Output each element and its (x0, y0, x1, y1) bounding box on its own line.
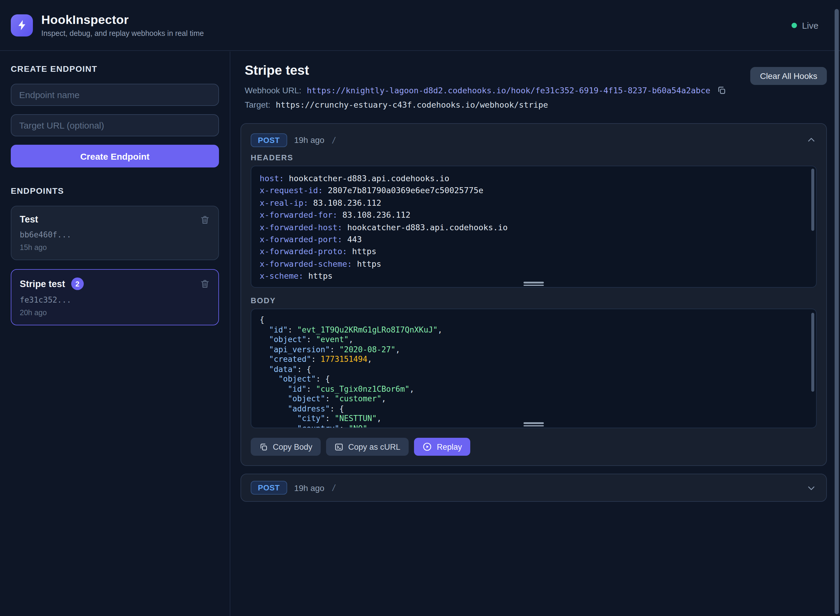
method-badge: POST (251, 133, 287, 147)
webhook-url-label: Webhook URL: (245, 85, 301, 95)
target-url-label: Target: (245, 100, 270, 109)
headers-code-block: host: hookcatcher-d883.api.codehooks.io … (251, 166, 817, 287)
create-endpoint-heading: CREATE ENDPOINT (11, 64, 219, 73)
method-badge: POST (251, 481, 287, 494)
delete-endpoint-button[interactable] (200, 214, 210, 224)
headers-scrollbar[interactable] (811, 169, 814, 231)
replay-button[interactable]: Replay (414, 438, 470, 456)
copy-body-label: Copy Body (273, 442, 312, 451)
lightning-bolt-icon (16, 19, 28, 31)
endpoint-age: 20h ago (20, 309, 210, 317)
clear-all-hooks-button[interactable]: Clear All Hooks (750, 67, 827, 85)
copy-url-icon[interactable] (717, 85, 727, 95)
endpoint-name-input[interactable] (11, 84, 219, 106)
endpoints-heading: ENDPOINTS (11, 186, 219, 195)
delete-endpoint-button[interactable] (200, 279, 210, 289)
endpoint-card[interactable]: Stripe test 2 fe31c352... 20h ago (11, 269, 219, 326)
page-title: Stripe test (245, 63, 827, 78)
body-code-block: { "id": "evt_1T9Qu2KRmG1gLRo8I7QnXKuJ", … (251, 309, 817, 428)
endpoint-id: bb6e460f... (20, 230, 210, 239)
app-subtitle: Inspect, debug, and replay webhooks in r… (41, 29, 204, 38)
sidebar: CREATE ENDPOINT Create Endpoint ENDPOINT… (0, 51, 231, 616)
terminal-icon (335, 442, 344, 451)
play-circle-icon (422, 442, 432, 452)
main-panel: Stripe test Webhook URL: https://knightl… (231, 51, 840, 616)
app-header: HookInspector Inspect, debug, and replay… (0, 0, 840, 51)
target-url-input[interactable] (11, 114, 219, 136)
create-endpoint-button[interactable]: Create Endpoint (11, 145, 219, 167)
title-block: HookInspector Inspect, debug, and replay… (41, 13, 204, 38)
chevron-up-icon[interactable] (806, 135, 817, 145)
body-scrollbar[interactable] (811, 313, 814, 392)
app-title: HookInspector (41, 13, 204, 27)
request-path: / (332, 135, 336, 144)
window-scrollbar[interactable] (835, 9, 839, 614)
request-card-expanded: POST 19h ago / HEADERS host: hookcatcher… (241, 123, 827, 466)
request-age: 19h ago (294, 135, 324, 145)
copy-as-curl-button[interactable]: Copy as cURL (326, 438, 409, 456)
replay-label: Replay (437, 442, 462, 451)
body-label: BODY (251, 296, 817, 305)
live-label: Live (802, 20, 818, 30)
endpoint-card[interactable]: Test bb6e460f... 15h ago (11, 206, 219, 260)
request-age: 19h ago (294, 483, 324, 493)
request-path: / (332, 483, 336, 492)
webhook-url-row: Webhook URL: https://knightly-lagoon-d8d… (245, 85, 827, 95)
endpoint-list: Test bb6e460f... 15h ago Stripe test 2 f… (11, 206, 219, 326)
endpoint-name: Test (20, 214, 38, 225)
body-code-content: { "id": "evt_1T9Qu2KRmG1gLRo8I7QnXKuJ", … (260, 315, 442, 428)
live-dot-icon (792, 22, 797, 28)
request-actions: Copy Body Copy as cURL Replay (251, 438, 817, 456)
endpoint-count-badge: 2 (71, 277, 84, 290)
endpoint-name: Stripe test (20, 279, 65, 289)
endpoint-id: fe31c352... (20, 295, 210, 304)
webhook-url-link[interactable]: https://knightly-lagoon-d8d2.codehooks.i… (307, 85, 710, 95)
request-header[interactable]: POST 19h ago / (251, 481, 817, 494)
headers-code-content: host: hookcatcher-d883.api.codehooks.io … (260, 173, 508, 281)
request-header[interactable]: POST 19h ago / (251, 133, 817, 147)
copy-icon (259, 442, 268, 451)
headers-label: HEADERS (251, 153, 817, 162)
headers-resize-grip[interactable] (523, 280, 544, 286)
copy-body-button[interactable]: Copy Body (251, 438, 321, 456)
target-url-row: Target: https://crunchy-estuary-c43f.cod… (245, 99, 827, 110)
target-url-value: https://crunchy-estuary-c43f.codehooks.i… (276, 100, 548, 109)
live-status: Live (792, 20, 818, 30)
request-card-collapsed: POST 19h ago / (241, 474, 827, 502)
chevron-down-icon[interactable] (806, 483, 817, 493)
app-logo (11, 14, 33, 36)
main-header: Stripe test Webhook URL: https://knightl… (241, 63, 827, 110)
app-root: HookInspector Inspect, debug, and replay… (0, 0, 840, 616)
endpoint-age: 15h ago (20, 243, 210, 252)
copy-as-curl-label: Copy as cURL (348, 442, 400, 451)
body-resize-grip[interactable] (523, 421, 544, 427)
